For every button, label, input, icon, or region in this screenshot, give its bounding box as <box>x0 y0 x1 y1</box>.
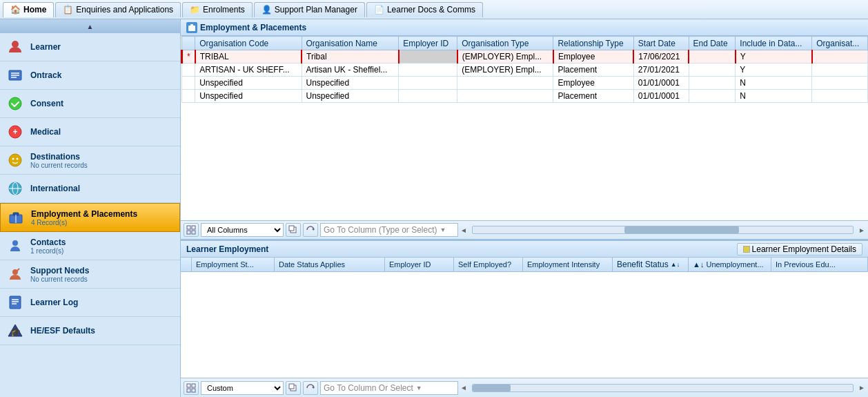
emp-col-date[interactable]: Date Status Applies <box>275 258 385 271</box>
all-columns-select[interactable]: All Columns <box>201 223 284 237</box>
row-org-type: (EMPLOYER) Empl... <box>457 50 553 64</box>
upper-go-to-column-input[interactable]: Go To Column (Type or Select) ▼ <box>320 223 458 237</box>
emp-col-intensity[interactable]: Employment Intensity <box>523 258 613 271</box>
col-rel-type[interactable]: Relationship Type <box>553 37 633 50</box>
row-employer-id <box>399 90 457 103</box>
row-rel-type: Placement <box>553 64 633 77</box>
col-include[interactable]: Include in Data... <box>736 37 812 50</box>
section-icon <box>186 22 197 33</box>
row-org-type <box>457 77 553 90</box>
sort-arrows[interactable]: ▲↓ <box>671 261 680 268</box>
bottom-go-to-column-input[interactable]: Go To Column Or Select ▼ <box>320 381 458 395</box>
row-org-code: Unspecified <box>195 77 302 90</box>
svg-rect-39 <box>289 384 294 389</box>
table-row[interactable]: Unspecified Unspecified Placement 01/01/… <box>182 90 868 103</box>
contacts-icon <box>6 236 25 255</box>
sidebar-item-ontrack[interactable]: Ontrack <box>0 61 180 90</box>
tab-enquiries[interactable]: 📋 Enquiries and Applications <box>55 2 181 17</box>
upper-toolbar-copy-btn[interactable] <box>286 223 301 237</box>
bottom-toolbar-grid-btn[interactable] <box>184 381 199 395</box>
upper-scrollbar-thumb <box>624 226 738 233</box>
employment-table: Organisation Code Organisation Name Empl… <box>181 36 868 103</box>
bottom-scroll-left[interactable]: ◄ <box>460 384 467 391</box>
table-row[interactable]: ARTISAN - UK SHEFF... Artisan UK - Sheff… <box>182 64 868 77</box>
row-org-extra <box>812 64 868 77</box>
emp-col-self-employed[interactable]: Self Employed? <box>454 258 523 271</box>
sidebar-item-support[interactable]: Support Needs No current records <box>0 260 180 289</box>
tab-enrolments[interactable]: 📁 Enrolments <box>182 2 253 17</box>
emp-col-unemployment[interactable]: ▲↓ Unemployment... <box>689 258 771 271</box>
emp-col-status[interactable]: Employment St... <box>192 258 275 271</box>
employment-placements-header: Employment & Placements <box>181 19 868 36</box>
col-end-date[interactable]: End Date <box>689 37 736 50</box>
row-rel-type: Employee <box>553 77 633 90</box>
svg-text:+: + <box>12 127 17 137</box>
svg-rect-19 <box>10 296 21 309</box>
upper-dropdown-arrow[interactable]: ▼ <box>440 226 446 233</box>
col-org-name[interactable]: Organisation Name <box>302 37 399 50</box>
row-employer-id <box>399 64 457 77</box>
sidebar-item-contacts[interactable]: Contacts 1 record(s) <box>0 232 180 260</box>
bottom-scrollbar[interactable] <box>472 384 854 392</box>
bottom-scroll-right[interactable]: ► <box>858 384 865 391</box>
sidebar-item-consent[interactable]: Consent <box>0 90 180 118</box>
employment-table-container: Organisation Code Organisation Name Empl… <box>181 36 868 220</box>
upper-scroll-left[interactable]: ◄ <box>460 226 467 234</box>
col-org-extra[interactable]: Organisat... <box>812 37 868 50</box>
sidebar-item-learner-log[interactable]: Learner Log <box>0 289 180 317</box>
row-end-date <box>689 90 736 103</box>
col-start-date[interactable]: Start Date <box>633 37 689 50</box>
row-include: N <box>736 90 812 103</box>
row-start-date: 27/01/2021 <box>633 64 689 77</box>
table-row[interactable]: Unspecified Unspecified Employee 01/01/0… <box>182 77 868 90</box>
emp-col-benefit[interactable]: Benefit Status ▲↓ <box>613 258 689 271</box>
tab-learner-docs[interactable]: 📄 Learner Docs & Comms <box>366 2 483 17</box>
tab-home[interactable]: 🏠 Home <box>3 2 54 17</box>
row-org-code: TRIBAL <box>195 50 302 64</box>
col-org-type[interactable]: Organisation Type <box>457 37 553 50</box>
title-bar: 🏠 Home 📋 Enquiries and Applications 📁 En… <box>0 0 868 19</box>
row-star <box>182 77 195 90</box>
row-org-extra <box>812 77 868 90</box>
upper-toolbar-refresh-btn[interactable] <box>303 223 318 237</box>
learner-log-icon <box>6 293 25 312</box>
sidebar-item-employment[interactable]: Employment & Placements 4 Record(s) <box>0 203 180 232</box>
emp-col-employer-id[interactable]: Employer ID <box>385 258 454 271</box>
learner-employment-header: Learner Employment Learner Employment De… <box>181 241 868 258</box>
table-row[interactable]: * TRIBAL Tribal (EMPLOYER) Empl... Emplo… <box>182 50 868 64</box>
svg-point-0 <box>12 41 19 48</box>
emp-col-prev-edu[interactable]: In Previous Edu... <box>771 258 868 271</box>
upper-scrollbar[interactable] <box>472 226 854 234</box>
svg-marker-40 <box>312 386 314 389</box>
tab-support-plan[interactable]: 👤 Support Plan Manager <box>254 2 365 17</box>
sidebar-item-medical[interactable]: + Medical <box>0 118 180 146</box>
sidebar-item-he-esf[interactable]: 🎓 HE/ESF Defaults <box>0 317 180 345</box>
consent-icon <box>6 94 25 113</box>
upper-scroll-right[interactable]: ► <box>858 226 865 234</box>
bottom-dropdown-arrow[interactable]: ▼ <box>416 385 422 391</box>
bottom-toolbar-copy-btn[interactable] <box>286 381 301 395</box>
svg-rect-32 <box>289 226 294 231</box>
svg-marker-33 <box>312 228 314 231</box>
medical-icon: + <box>6 122 25 142</box>
col-employer-id[interactable]: Employer ID <box>399 37 457 50</box>
svg-rect-28 <box>192 226 195 229</box>
emp-col-star <box>181 258 192 271</box>
row-end-date <box>689 77 736 90</box>
upper-toolbar-grid-btn[interactable] <box>184 223 199 237</box>
sidebar-item-international[interactable]: International <box>0 175 180 203</box>
row-org-extra <box>812 90 868 103</box>
row-start-date: 01/01/0001 <box>633 77 689 90</box>
sidebar-item-destinations[interactable]: Destinations No current records <box>0 146 180 175</box>
employment-column-headers: Employment St... Date Status Applies Emp… <box>181 258 868 272</box>
learner-employment-section: Learner Employment Learner Employment De… <box>181 240 868 378</box>
bottom-toolbar-refresh-btn[interactable] <box>303 381 318 395</box>
row-include: Y <box>736 50 812 64</box>
svg-rect-35 <box>192 384 195 387</box>
col-org-code[interactable]: Organisation Code <box>195 37 302 50</box>
sidebar: ▲ Learner Ontrack Consent <box>0 19 181 397</box>
learner-employment-details-btn[interactable]: Learner Employment Details <box>737 243 862 255</box>
custom-select[interactable]: Custom <box>201 381 284 395</box>
svg-rect-37 <box>192 389 195 392</box>
sidebar-item-learner[interactable]: Learner <box>0 33 180 61</box>
